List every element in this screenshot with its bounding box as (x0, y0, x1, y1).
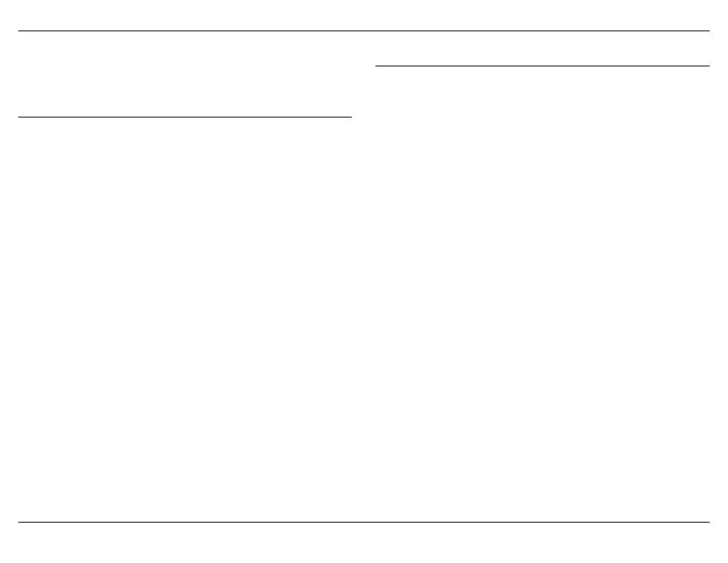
rule-top (18, 31, 710, 31)
rule-middle-right (375, 66, 710, 66)
rule-bottom (18, 522, 710, 523)
rule-middle-left (18, 117, 352, 117)
